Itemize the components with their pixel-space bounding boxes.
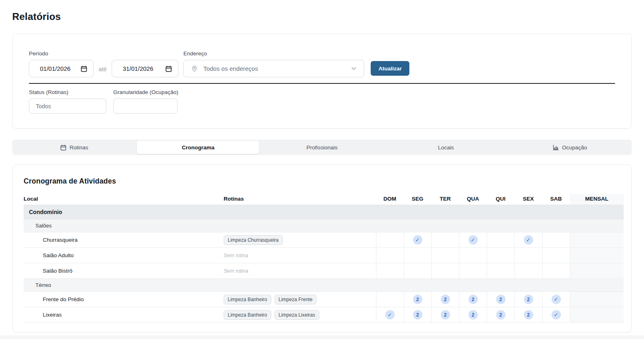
routine-tag: Limpeza Banheiro (224, 310, 271, 320)
day-cell (376, 248, 404, 263)
count-badge: 2 (413, 295, 422, 304)
address-selected-value: Todos os endereços (203, 65, 351, 72)
day-cell: ✓ (514, 232, 542, 248)
calendar-icon (60, 144, 66, 151)
check-badge: ✓ (413, 235, 422, 245)
period-to-group: 31/01/2026 (112, 60, 178, 77)
day-cell (570, 232, 624, 248)
location-name: Salão Adulto (24, 248, 224, 263)
schedule-body: CondomínioSalõesChurrasqueiraLimpeza Chu… (24, 205, 624, 323)
routines-cell: Sem rotina (224, 263, 376, 279)
address-label: Endereço (183, 50, 364, 57)
schedule-title: Cronograma de Atividades (24, 177, 623, 186)
day-cell: 2 (514, 292, 542, 307)
address-field-group: Endereço Todos os endereços (183, 50, 364, 77)
day-cell (404, 263, 431, 279)
subgroup-label: Salões (24, 219, 624, 232)
address-select[interactable]: Todos os endereços (183, 60, 364, 77)
tab-locais[interactable]: Locais (385, 141, 507, 154)
location-row: LixeirasLimpeza BanheiroLimpeza Lixeiras… (24, 307, 624, 323)
granularity-label: Granularidade (Ocupação) (113, 89, 178, 95)
check-badge: ✓ (385, 310, 395, 319)
day-cell: ✓ (459, 232, 487, 248)
day-cell: 2 (459, 292, 487, 307)
tab-rotinas[interactable]: Rotinas (13, 141, 135, 154)
column-header-sex: SEX (514, 194, 542, 205)
count-badge: 2 (524, 310, 533, 319)
until-label: até (99, 66, 107, 72)
day-cell (459, 263, 487, 279)
day-cell: ✓ (542, 292, 570, 307)
column-header-ter: TER (431, 194, 459, 205)
day-cell (487, 263, 514, 279)
tab-label: Ocupação (562, 144, 587, 151)
location-row: Frente do PrédioLimpeza BanheiroLimpeza … (24, 292, 624, 307)
schedule-table: Local Rotinas DOM SEG TER QUA QUI SEX SA… (24, 194, 624, 323)
routines-cell: Sem rotina (224, 248, 376, 263)
tab-cronograma[interactable]: Cronograma (137, 141, 259, 154)
routine-tag: Limpeza Banheiro (224, 295, 271, 304)
period-field-group: Período 01/01/2026 (29, 50, 94, 77)
day-cell: 2 (514, 307, 542, 323)
routines-cell: Limpeza Churrasqueira (224, 232, 376, 248)
day-cell (514, 263, 542, 279)
check-badge: ✓ (468, 235, 478, 245)
tab-label: Rotinas (70, 144, 88, 151)
subgroup-label: Térreo (24, 279, 624, 292)
day-cell (514, 248, 542, 263)
column-header-rotinas: Rotinas (224, 194, 376, 205)
day-cell (431, 232, 459, 248)
column-header-sab: SAB (542, 194, 570, 205)
date-from-input[interactable]: 01/01/2026 (29, 60, 94, 77)
tab-ocupacao[interactable]: Ocupação (509, 141, 631, 154)
day-cell (570, 292, 624, 307)
day-cell (570, 248, 624, 263)
no-routine-label: Sem rotina (224, 268, 248, 274)
update-button[interactable]: Atualizar (371, 61, 409, 76)
count-badge: 2 (441, 310, 450, 319)
day-cell (376, 292, 404, 307)
day-cell: ✓ (542, 307, 570, 323)
reports-page: Relatórios Período 01/01/2026 até 31/01/… (0, 11, 644, 332)
calendar-icon[interactable] (165, 66, 172, 72)
routines-cell: Limpeza BanheiroLimpeza Lixeiras (224, 307, 376, 323)
column-header-dom: DOM (376, 194, 404, 205)
day-cell (376, 232, 404, 248)
routines-cell: Limpeza BanheiroLimpeza Frente (224, 292, 376, 307)
status-select[interactable]: Todos (29, 98, 106, 114)
day-cell (542, 248, 570, 263)
date-to-input[interactable]: 31/01/2026 (112, 60, 178, 77)
period-label: Período (29, 50, 94, 57)
subgroup-row: Térreo (24, 279, 624, 292)
status-selected-value: Todos (36, 103, 51, 109)
filter-divider (29, 83, 615, 84)
day-cell (376, 263, 404, 279)
tab-profissionais[interactable]: Profissionais (261, 141, 383, 154)
day-cell (487, 248, 514, 263)
day-cell: 2 (487, 292, 514, 307)
calendar-icon[interactable] (81, 66, 87, 72)
day-cell: 2 (404, 292, 431, 307)
chevron-down-icon (351, 67, 356, 70)
day-cell: 2 (487, 307, 514, 323)
column-header-mensal: MENSAL (570, 194, 624, 205)
tab-label: Profissionais (306, 144, 338, 151)
date-to-value: 31/01/2026 (123, 65, 153, 72)
check-badge: ✓ (552, 295, 561, 304)
granularity-input[interactable] (113, 98, 178, 114)
day-cell (542, 232, 570, 248)
filters-panel: Período 01/01/2026 até 31/01/2026 (12, 34, 632, 129)
routine-tag: Limpeza Churrasqueira (224, 235, 283, 245)
status-field-group: Status (Rotinas) Todos (29, 89, 106, 114)
column-header-qua: QUA (459, 194, 487, 205)
check-badge: ✓ (552, 310, 561, 319)
column-header-seg: SEG (404, 194, 431, 205)
count-badge: 2 (524, 295, 533, 304)
day-cell: 2 (431, 307, 459, 323)
day-cell: 2 (404, 307, 431, 323)
schedule-header-row: Local Rotinas DOM SEG TER QUA QUI SEX SA… (24, 194, 624, 205)
location-pin-icon (191, 65, 198, 72)
group-label: Condomínio (24, 205, 624, 219)
bar-chart-icon (553, 144, 559, 151)
column-header-qui: QUI (487, 194, 514, 205)
